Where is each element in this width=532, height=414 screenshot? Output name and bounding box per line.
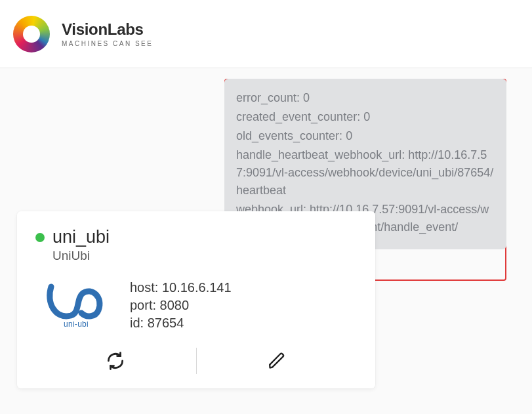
port-label: port:: [130, 298, 156, 312]
refresh-icon: [106, 351, 125, 371]
uni-ubi-icon: [43, 283, 109, 322]
port-value: 8080: [160, 298, 190, 312]
card-title-row: uni_ubi: [35, 227, 357, 247]
host-value: 10.16.6.141: [162, 280, 232, 295]
vendor-logo-caption: uni-ubi: [64, 320, 89, 329]
id-label: id:: [130, 316, 144, 330]
card-actions: [35, 346, 357, 375]
device-card: uni_ubi UniUbi uni-ubi host: 10.16.6.141…: [17, 211, 375, 388]
tooltip-created-event-counter-label: created_event_counter:: [236, 110, 360, 123]
edit-button[interactable]: [197, 352, 358, 370]
app-header: VisionLabs MACHINES CAN SEE: [0, 0, 532, 68]
page-content: error_count: 0 created_event_counter: 0 …: [0, 68, 532, 414]
device-vendor-name: UniUbi: [52, 249, 357, 263]
tooltip-old-events-counter-label: old_events_counter:: [236, 129, 342, 142]
vendor-logo: uni-ubi: [41, 279, 112, 332]
tooltip-heartbeat-label: handle_heartbeat_webhook_url:: [236, 148, 405, 161]
id-value: 87654: [148, 316, 184, 330]
tooltip-error-count-label: error_count:: [236, 91, 300, 104]
tooltip-error-count-value: 0: [303, 91, 310, 104]
refresh-button[interactable]: [35, 351, 196, 371]
brand-text: VisionLabs MACHINES CAN SEE: [62, 20, 153, 47]
device-info-list: host: 10.16.6.141 port: 8080 id: 87654: [130, 279, 232, 332]
host-label: host:: [130, 280, 158, 295]
status-online-icon: [35, 233, 45, 242]
brand-logo-icon: [13, 16, 50, 52]
tooltip-created-event-counter-value: 0: [363, 110, 370, 123]
device-name: uni_ubi: [52, 227, 110, 247]
pencil-icon: [268, 352, 286, 370]
brand-tagline: MACHINES CAN SEE: [62, 40, 153, 47]
brand-title: VisionLabs: [62, 20, 153, 39]
card-body: uni-ubi host: 10.16.6.141 port: 8080 id:…: [41, 279, 357, 332]
tooltip-old-events-counter-value: 0: [346, 129, 352, 142]
